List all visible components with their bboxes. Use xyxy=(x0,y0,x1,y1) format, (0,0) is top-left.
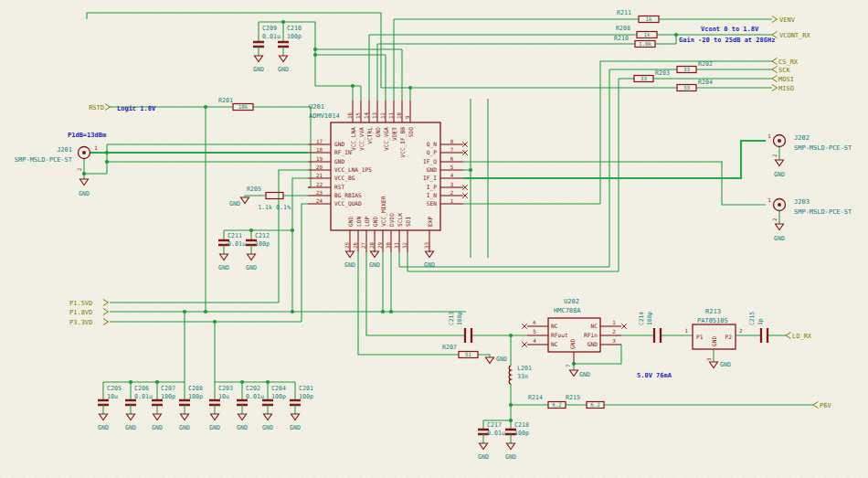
net-label-VENV[interactable]: VENV xyxy=(779,16,796,24)
capacitor-ref[interactable]: C204 xyxy=(271,385,286,392)
inductor-ref[interactable]: L201 xyxy=(517,365,532,372)
capacitor-ref[interactable]: C208 xyxy=(188,385,203,392)
ic-part[interactable]: HMC788A xyxy=(554,307,581,314)
resistor-ref[interactable]: R201 xyxy=(218,97,233,104)
pin-name: I_N xyxy=(427,192,437,199)
capacitor-ref[interactable]: C218 xyxy=(514,421,529,429)
pin-name: Q_P xyxy=(427,149,437,156)
net-label-CS_RX[interactable]: CS_RX xyxy=(778,58,799,66)
resistor-value: 1k xyxy=(646,16,652,22)
net-label-LO_RX[interactable]: LO_RX xyxy=(792,333,812,340)
gnd-label: GND xyxy=(209,424,220,431)
net-label-P1.8VD[interactable]: P1.8VD xyxy=(69,309,92,316)
resistor-ref[interactable]: R204 xyxy=(698,79,713,86)
resistor-ref[interactable]: R207 xyxy=(442,344,457,351)
net-label-MISO[interactable]: MISO xyxy=(778,85,794,92)
resistor-value: 33 xyxy=(683,85,690,90)
connector-part[interactable]: SMP-MSLD-PCE-ST xyxy=(15,156,73,164)
pin-number: 16 xyxy=(347,112,353,119)
pin-name: P1 xyxy=(696,334,704,340)
net-label-RSTD[interactable]: RSTD xyxy=(89,104,104,112)
pin-number: 23 xyxy=(316,190,323,196)
resistor-ref[interactable]: R202 xyxy=(698,60,713,68)
gnd-label: GND xyxy=(229,200,240,207)
pin-name: VDET xyxy=(391,127,397,141)
resistor-ref[interactable]: R205 xyxy=(247,186,261,193)
connector-part[interactable]: SMP-MSLD-PCE-ST xyxy=(794,208,852,216)
resistor-value: 1k xyxy=(644,32,651,37)
pin-number: 3 xyxy=(612,338,616,344)
net-label-SCK[interactable]: SCK xyxy=(778,67,790,74)
pin-name: VCC_QUAD xyxy=(334,200,362,207)
gnd-label: GND xyxy=(774,235,785,242)
gnd-label: GND xyxy=(478,453,489,461)
junction-dot xyxy=(291,310,294,313)
pin-number: 7 xyxy=(566,364,571,367)
pin-number: 6 xyxy=(533,320,536,325)
pin-number: 25 xyxy=(344,242,350,249)
ic-part[interactable]: ADMV1014 xyxy=(309,112,340,120)
net-label-P6V[interactable]: P6V xyxy=(820,402,831,409)
resistor-ref[interactable]: R214 xyxy=(528,394,543,401)
attenuator-part[interactable]: PAT0510S xyxy=(697,317,728,324)
capacitor-ref[interactable]: C205 xyxy=(107,385,122,392)
pin-name: GND xyxy=(334,158,344,165)
ic-ref[interactable]: U202 xyxy=(564,298,579,305)
net-label-VCONT_RX[interactable]: VCONT_RX xyxy=(779,32,811,39)
resistor-ref[interactable]: R211 xyxy=(617,9,631,16)
ic-ref[interactable]: U201 xyxy=(309,103,324,111)
pin-name: SEN xyxy=(427,200,437,207)
junction-dot xyxy=(509,334,513,337)
net-label-MOSI[interactable]: MOSI xyxy=(778,76,794,83)
capacitor-ref[interactable]: C203 xyxy=(218,385,233,392)
connector-ref[interactable]: J201 xyxy=(57,146,72,154)
capacitor-ref[interactable]: C217 xyxy=(487,421,502,429)
gnd-label: GND xyxy=(179,424,190,431)
pin-number: 21 xyxy=(316,173,323,178)
capacitor-ref[interactable]: C202 xyxy=(246,385,260,392)
resistor-value: 6.2 xyxy=(590,402,599,408)
pin-number: 5 xyxy=(450,165,454,170)
capacitor-ref[interactable]: C212 xyxy=(255,232,270,239)
junction-dot xyxy=(408,86,412,90)
pin-number: 1 xyxy=(94,145,98,151)
resistor-ref[interactable]: R208 xyxy=(616,25,630,32)
capacitor-ref[interactable]: C210 xyxy=(287,25,302,32)
capacitor-value: 100p xyxy=(161,393,175,400)
capacitor-ref[interactable]: C211 xyxy=(228,232,242,239)
resistor-ref[interactable]: R203 xyxy=(655,69,670,77)
pin-number: 14 xyxy=(364,112,369,119)
pin-number: 28 xyxy=(369,242,375,249)
capacitor-ref[interactable]: C201 xyxy=(299,385,313,392)
connector-center-pin xyxy=(778,203,781,207)
pin-number: 19 xyxy=(316,156,323,162)
connector-ref[interactable]: J203 xyxy=(794,198,810,206)
note-text: Logic 1.8V xyxy=(117,105,156,112)
capacitor-ref[interactable]: C207 xyxy=(161,385,175,392)
net-label-P1.5VD[interactable]: P1.5VD xyxy=(69,300,92,307)
capacitor-ref[interactable]: C215 xyxy=(748,312,755,325)
pin-number: 2 xyxy=(77,168,82,172)
gnd-label: GND xyxy=(125,424,136,431)
pin-name: RST xyxy=(334,184,344,190)
connector-part[interactable]: SMP-MSLD-PCE-ST xyxy=(794,144,852,152)
capacitor-ref[interactable]: C209 xyxy=(262,25,277,32)
pin-name: VCTRL xyxy=(366,127,373,144)
connector-ref[interactable]: J202 xyxy=(794,134,810,142)
gnd-label: GND xyxy=(505,453,516,461)
capacitor-ref[interactable]: C213 xyxy=(448,312,454,325)
pin-name: VCC_VGA xyxy=(383,127,390,151)
capacitor-ref[interactable]: C214 xyxy=(638,312,644,325)
attenuator-ref[interactable]: R213 xyxy=(705,308,721,315)
pin-name: GND xyxy=(587,341,598,347)
net-label-P3.3VD[interactable]: P3.3VD xyxy=(69,319,92,326)
gnd-label: GND xyxy=(218,264,229,271)
capacitor-ref[interactable]: C206 xyxy=(134,385,149,392)
pin-name: GND xyxy=(375,127,381,137)
resistor-ref[interactable]: R215 xyxy=(566,394,580,401)
capacitor-value: 0.01u xyxy=(262,33,281,40)
capacitor-value: 10u xyxy=(107,393,118,400)
pin-number: 8 xyxy=(450,139,454,144)
resistor-ref[interactable]: R210 xyxy=(614,35,629,42)
pin-name: SDI xyxy=(405,217,411,227)
